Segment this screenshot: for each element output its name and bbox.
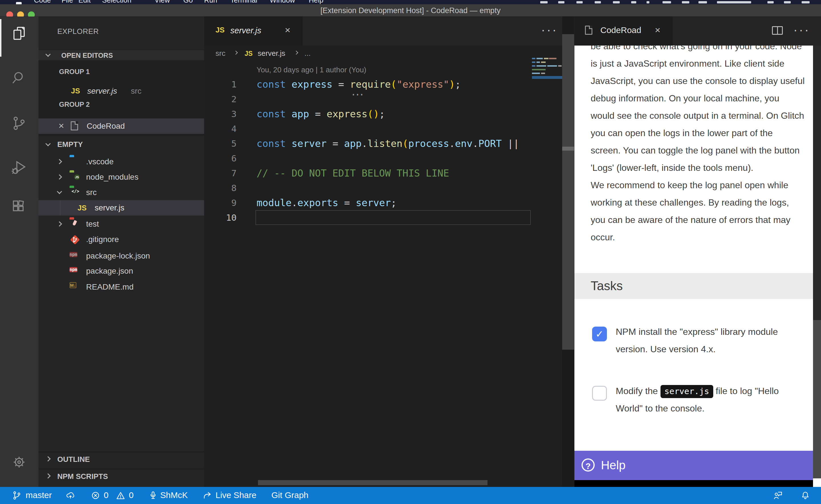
split-editor-icon[interactable] (772, 26, 783, 35)
breadcrumb-symbol[interactable]: ... (305, 49, 311, 58)
run-debug-icon[interactable] (11, 159, 27, 175)
menu-terminal[interactable]: Terminal (230, 0, 257, 4)
tab-server-js[interactable]: JS server.js × (204, 17, 303, 46)
search-icon[interactable] (11, 70, 27, 86)
mic-icon[interactable] (148, 491, 158, 500)
chevron-down-icon (45, 141, 50, 146)
editor-scrollbar[interactable] (562, 17, 574, 487)
error-count[interactable]: 0 (104, 490, 109, 500)
tutorial-text: is just a JavaScript environment. Like c… (591, 55, 809, 72)
menubar-status-icon (699, 1, 707, 3)
sync-cloud-icon[interactable] (66, 491, 75, 500)
menu-help[interactable]: Help (309, 0, 323, 4)
tree-item-node-modules[interactable]: JS node_modules (38, 169, 204, 185)
live-share-button[interactable]: Live Share (216, 490, 256, 500)
active-view-indicator (0, 19, 1, 57)
tab-label: server.js (230, 26, 262, 35)
chevron-right-icon (234, 51, 238, 55)
tutorial-text: you can open the logs in the lower part … (591, 124, 809, 142)
tree-item-gitignore[interactable]: .gitignore (38, 232, 204, 247)
tree-item-label: node_modules (86, 173, 138, 182)
editor-group: JS server.js × ··· src JS server.js ... … (204, 17, 574, 487)
open-editor-server-js[interactable]: JS server.js src (38, 83, 204, 99)
close-icon[interactable]: × (285, 25, 291, 35)
menubar-status-icon (576, 1, 583, 3)
menu-run[interactable]: Run (204, 0, 217, 4)
window-title-bar: [Extension Development Host] - CodeRoad … (0, 4, 821, 17)
npm-icon: npm (70, 267, 77, 272)
code-line-9: module.exports = server; (257, 195, 397, 210)
feedback-icon[interactable] (773, 491, 783, 500)
warnings-icon[interactable] (116, 491, 125, 500)
chevron-down-icon (45, 52, 50, 57)
close-icon[interactable]: × (58, 121, 64, 130)
javascript-file-icon: JS (216, 26, 225, 34)
code-line-1: const express = require("express"); (257, 77, 461, 92)
menu-window[interactable]: Window (270, 0, 295, 4)
webview-scrollbar-thumb[interactable] (813, 320, 821, 478)
task-checkbox-checked[interactable]: ✓ (592, 327, 607, 341)
menubar-status-icon (613, 1, 620, 3)
task-2-text: Modify the server.js file to log "Hello … (616, 382, 813, 417)
warning-count[interactable]: 0 (129, 490, 134, 500)
help-accordion-header[interactable]: ? Help (574, 451, 813, 480)
minimap[interactable] (532, 58, 562, 89)
menu-view[interactable]: View (154, 0, 170, 4)
level-bar[interactable]: 1. Meet the Node Console 1 of 2 tasks (574, 480, 813, 487)
git-branch-icon[interactable] (12, 491, 22, 500)
menu-code[interactable]: Code (34, 0, 51, 4)
folder-section-header-empty[interactable]: EMPTY (38, 137, 204, 152)
webview-scrollbar[interactable] (813, 46, 821, 487)
outline-section-header[interactable]: OUTLINE (38, 452, 204, 466)
menubar-status-icon (682, 1, 689, 3)
tree-item-readme[interactable]: M↓ README.md (38, 279, 204, 295)
editor-more-actions-icon[interactable]: ··· (541, 23, 558, 37)
gitlens-blame-annotation: You, 20 days ago | 1 author (You) (257, 65, 366, 74)
coderoad-webview[interactable]: be able to check what's going on in your… (574, 46, 813, 487)
code-area[interactable]: const express = require("express"); cons… (257, 77, 532, 236)
notifications-bell-icon[interactable] (800, 491, 810, 500)
explorer-icon[interactable] (11, 26, 27, 42)
live-share-icon[interactable] (202, 491, 212, 500)
tree-item-label: package.json (86, 267, 133, 276)
close-icon[interactable]: × (655, 25, 661, 35)
coderoad-user[interactable]: ShMcK (160, 490, 188, 500)
menu-selection[interactable]: Selection (102, 0, 131, 4)
chevron-right-icon (57, 174, 62, 179)
errors-icon[interactable] (91, 491, 100, 500)
tree-item-src[interactable]: </> src (38, 185, 204, 200)
code-line-7: // -- DO NOT EDIT BELOW THIS LINE (257, 166, 449, 181)
extensions-icon[interactable] (11, 198, 27, 214)
open-editor-label: CodeRoad (87, 122, 125, 131)
tree-item-test[interactable]: test (38, 216, 204, 232)
sidebar-title: EXPLORER (57, 27, 99, 36)
horizontal-scrollbar-thumb[interactable] (258, 480, 487, 485)
menu-go[interactable]: Go (183, 0, 193, 4)
task-checkbox-unchecked[interactable] (592, 386, 607, 401)
editor-tab-bar: JS server.js × ··· (204, 17, 574, 46)
npm-scripts-section-header[interactable]: NPM SCRIPTS (38, 469, 204, 483)
apple-menu-icon[interactable] (16, 2, 22, 4)
breadcrumb-file[interactable]: server.js (258, 49, 285, 58)
scrollbar-divider (562, 147, 574, 151)
tree-item-package-lock[interactable]: npm package-lock.json (38, 248, 204, 264)
menu-edit[interactable]: Edit (78, 0, 91, 4)
open-editor-coderoad[interactable]: × CodeRoad (38, 118, 204, 134)
tab-coderoad[interactable]: CodeRoad × (574, 17, 673, 46)
tree-item-vscode[interactable]: .vscode (38, 154, 204, 169)
breadcrumb-src[interactable]: src (216, 49, 226, 58)
tree-item-server-js[interactable]: JS server.js (38, 200, 204, 216)
code-line-3: const app = express(); (257, 106, 385, 121)
inline-code-chip: server.js (661, 385, 713, 398)
menu-file[interactable]: File (62, 0, 73, 4)
tree-item-package-json[interactable]: npm package.json (38, 263, 204, 279)
source-control-icon[interactable] (11, 115, 27, 131)
javascript-file-icon: JS (245, 50, 253, 58)
tree-item-label: .gitignore (86, 235, 119, 244)
settings-gear-icon[interactable] (11, 454, 27, 470)
window-title: [Extension Development Host] - CodeRoad … (320, 6, 501, 15)
git-branch-name[interactable]: master (26, 490, 52, 500)
webview-more-actions-icon[interactable]: ··· (793, 23, 810, 37)
git-graph-button[interactable]: Git Graph (271, 490, 309, 500)
open-editors-header[interactable]: OPEN EDITORS (38, 50, 204, 61)
